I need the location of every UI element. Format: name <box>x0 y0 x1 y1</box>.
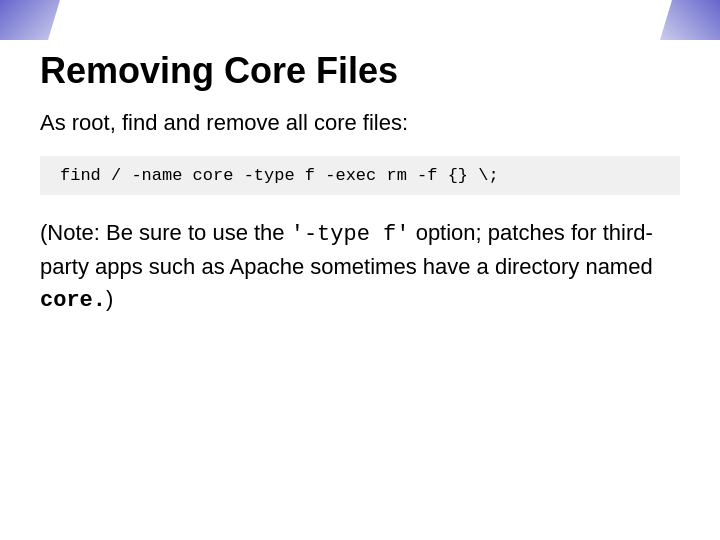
note-bold-code: core. <box>40 288 106 313</box>
note-text-part1: (Note: Be sure to use the <box>40 220 291 245</box>
corner-decoration-top-right <box>660 0 720 40</box>
note-paragraph: (Note: Be sure to use the '-type f' opti… <box>40 217 680 317</box>
code-text: find / -name core -type f -exec rm -f {}… <box>60 166 499 185</box>
code-block: find / -name core -type f -exec rm -f {}… <box>40 156 680 195</box>
slide-subtitle: As root, find and remove all core files: <box>40 110 680 136</box>
slide-content: Removing Core Files As root, find and re… <box>40 40 680 520</box>
note-text-part3: ) <box>106 286 113 311</box>
note-inline-code: '-type f' <box>291 222 410 247</box>
corner-decoration-top-left <box>0 0 60 40</box>
slide-title: Removing Core Files <box>40 50 680 92</box>
